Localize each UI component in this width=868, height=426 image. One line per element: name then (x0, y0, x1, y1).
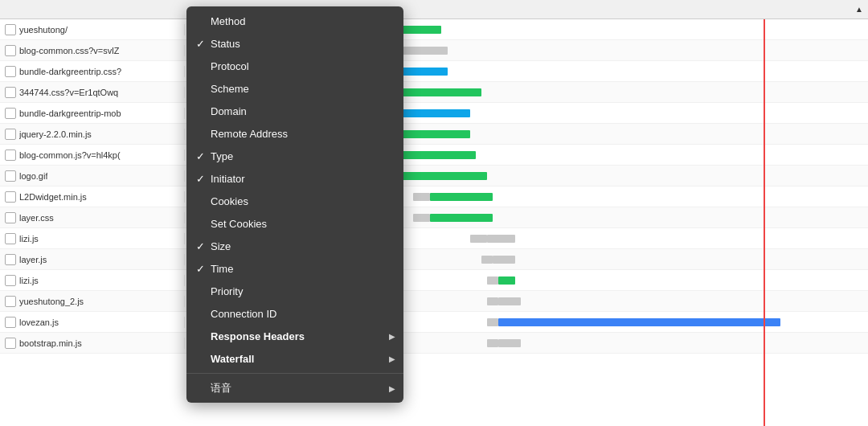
row-checkbox[interactable] (5, 254, 16, 265)
menu-item-size[interactable]: ✓Size (186, 235, 403, 257)
row-checkbox[interactable] (5, 150, 16, 161)
row-checkbox[interactable] (5, 45, 16, 56)
cell-name: bundle-darkgreentrip-mob (0, 108, 185, 119)
row-checkbox[interactable] (5, 170, 16, 182)
waterfall-bar-wait (487, 339, 498, 347)
row-checkbox[interactable] (5, 24, 16, 35)
menu-item-label: Set Cookies (211, 218, 391, 230)
waterfall-bar-receive (487, 235, 515, 243)
table-row[interactable]: layer.css 3.1 KB 89 ms (0, 207, 868, 228)
check-mark-icon: ✓ (196, 38, 211, 50)
row-checkbox[interactable] (5, 338, 16, 349)
waterfall-bar-wait (481, 256, 493, 264)
menu-item-label: Type (211, 150, 391, 162)
table-row[interactable]: blog-common.js?v=hl4kp( 62.1 KB 98 ms (0, 145, 868, 166)
waterfall-bar-receive (498, 318, 780, 326)
waterfall-bar-wait (413, 214, 430, 222)
table-row[interactable]: 344744.css?v=Er1qtOwq 7.8 KB 102 ms (0, 82, 868, 103)
waterfall-bar-receive (402, 172, 486, 180)
table-row[interactable]: lovezan.js 265 B 319 ms (0, 312, 868, 333)
row-checkbox[interactable] (5, 233, 16, 244)
cell-name: lizi.js (0, 275, 185, 286)
check-mark-icon: ✓ (196, 173, 211, 185)
menu-item-initiator[interactable]: ✓Initiator (186, 167, 403, 190)
menu-item-label: Cookies (211, 195, 391, 207)
table-row[interactable]: jquery-2.2.0.min.js 29.4 KB 95 ms (0, 124, 868, 145)
table-body: yueshutong/ 9.8 KB 125 ms blog-common.cs… (0, 19, 868, 426)
menu-item-label: Response Headers (211, 330, 391, 342)
sort-arrow-icon: ▲ (855, 5, 863, 14)
table-row[interactable]: yueshutong_2.js 274 B 24 ms (0, 291, 868, 312)
menu-item-priority[interactable]: Priority (186, 280, 403, 302)
menu-item-cookies[interactable]: Cookies (186, 190, 403, 212)
menu-item-type[interactable]: ✓Type (186, 145, 403, 167)
waterfall-bar-receive (402, 68, 447, 76)
table-row[interactable]: blog-common.css?v=svlZ 7.2 KB 65 ms (0, 40, 868, 61)
cell-name: bootstrap.min.js (0, 338, 185, 349)
menu-item-label: Time (211, 263, 391, 275)
menu-item-scheme[interactable]: Scheme (186, 77, 403, 100)
table-row[interactable]: bundle-darkgreentrip.css? 3.7 KB 65 ms (0, 61, 868, 82)
waterfall-bar-receive (430, 214, 492, 222)
menu-item-voice[interactable]: 语音 (186, 377, 403, 399)
table-row[interactable]: logo.gif 101 B 110 ms (0, 166, 868, 186)
cell-name: logo.gif (0, 170, 185, 182)
menu-item-label: Initiator (211, 173, 391, 185)
menu-item-response-headers[interactable]: Response Headers (186, 325, 403, 347)
context-menu: Method✓StatusProtocolSchemeDomainRemote … (186, 6, 403, 403)
cell-name: bundle-darkgreentrip.css? (0, 66, 185, 77)
menu-item-label: Method (211, 15, 391, 27)
menu-item-label: Waterfall (211, 353, 391, 365)
filename-text: yueshutong_2.js (19, 297, 84, 306)
menu-item-status[interactable]: ✓Status (186, 32, 403, 55)
waterfall-bar-wait (470, 235, 487, 243)
table-row[interactable]: L2Dwidget.min.js 11.6 KB 90 ms (0, 186, 868, 207)
menu-item-remote-address[interactable]: Remote Address (186, 122, 403, 145)
menu-item-label: 语音 (211, 381, 391, 395)
filename-text: logo.gif (19, 171, 47, 181)
red-line (764, 19, 765, 426)
menu-item-set-cookies[interactable]: Set Cookies (186, 212, 403, 235)
row-checkbox[interactable] (5, 108, 16, 119)
filename-text: bootstrap.min.js (19, 338, 82, 348)
waterfall-bar-receive (493, 256, 515, 264)
menu-item-label: Size (211, 240, 391, 252)
menu-item-connection-id[interactable]: Connection ID (186, 302, 403, 325)
waterfall-bar-wait (413, 193, 430, 201)
network-table: ▲ yueshutong/ 9.8 KB 125 ms blog-common.… (0, 0, 868, 426)
row-checkbox[interactable] (5, 296, 16, 307)
table-row[interactable]: yueshutong/ 9.8 KB 125 ms (0, 19, 868, 40)
filename-text: lizi.js (19, 276, 39, 285)
table-row[interactable]: layer.js 7.8 KB 17 ms (0, 249, 868, 270)
table-row[interactable]: lizi.js 1.2 KB 15 ms (0, 270, 868, 291)
waterfall-bar-wait (487, 318, 498, 326)
cell-name: yueshutong/ (0, 24, 185, 35)
row-checkbox[interactable] (5, 212, 16, 223)
waterfall-bar-receive (498, 339, 521, 347)
table-row[interactable]: bootstrap.min.js 8.7 KB 20 ms (0, 333, 868, 354)
filename-text: blog-common.css?v=svlZ (19, 46, 119, 55)
menu-item-method[interactable]: Method (186, 10, 403, 32)
menu-item-domain[interactable]: Domain (186, 100, 403, 122)
table-row[interactable]: bundle-darkgreentrip-mob 672 B 94 ms (0, 103, 868, 124)
waterfall-bar-receive (430, 193, 492, 201)
table-row[interactable]: lizi.js 284 B 36 ms (0, 228, 868, 249)
cell-name: yueshutong_2.js (0, 296, 185, 307)
menu-item-label: Protocol (211, 60, 391, 72)
menu-item-protocol[interactable]: Protocol (186, 55, 403, 77)
check-mark-icon: ✓ (196, 263, 211, 275)
cell-name: blog-common.js?v=hl4kp( (0, 150, 185, 161)
row-checkbox[interactable] (5, 191, 16, 203)
menu-item-label: Remote Address (211, 128, 391, 140)
filename-text: layer.css (19, 213, 54, 223)
menu-item-waterfall[interactable]: Waterfall (186, 347, 403, 370)
cell-name: 344744.css?v=Er1qtOwq (0, 87, 185, 98)
waterfall-bar-receive (402, 130, 469, 138)
check-mark-icon: ✓ (196, 150, 211, 162)
row-checkbox[interactable] (5, 275, 16, 286)
row-checkbox[interactable] (5, 317, 16, 328)
row-checkbox[interactable] (5, 129, 16, 140)
row-checkbox[interactable] (5, 66, 16, 77)
menu-item-time[interactable]: ✓Time (186, 257, 403, 280)
row-checkbox[interactable] (5, 87, 16, 98)
